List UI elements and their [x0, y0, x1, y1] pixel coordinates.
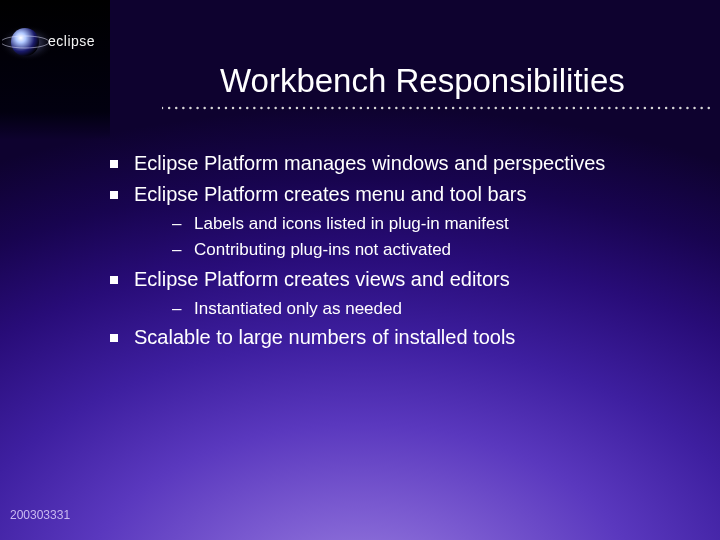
svg-point-1 — [11, 28, 39, 56]
bullet-item: Eclipse Platform creates views and edito… — [100, 266, 690, 321]
slide: eclipse Workbench Responsibilities Eclip… — [0, 0, 720, 540]
bullet-text: Scalable to large numbers of installed t… — [134, 326, 515, 348]
bullet-item: Eclipse Platform creates menu and tool b… — [100, 181, 690, 262]
bullet-item: Scalable to large numbers of installed t… — [100, 324, 690, 351]
bullet-item: Eclipse Platform manages windows and per… — [100, 150, 690, 177]
slide-body: Eclipse Platform manages windows and per… — [100, 150, 690, 355]
sub-bullet-item: Labels and icons listed in plug-in manif… — [134, 212, 690, 236]
sub-bullet-item: Contributing plug-ins not activated — [134, 238, 690, 262]
footer-id: 200303331 — [10, 508, 70, 522]
title-divider — [162, 105, 710, 111]
bullet-text: Eclipse Platform creates views and edito… — [134, 268, 510, 290]
logo-text: eclipse — [48, 33, 95, 49]
bullet-text: Eclipse Platform manages windows and per… — [134, 152, 605, 174]
sub-bullet-item: Instantiated only as needed — [134, 297, 690, 321]
bullet-text: Eclipse Platform creates menu and tool b… — [134, 183, 526, 205]
slide-title: Workbench Responsibilities — [220, 62, 625, 100]
